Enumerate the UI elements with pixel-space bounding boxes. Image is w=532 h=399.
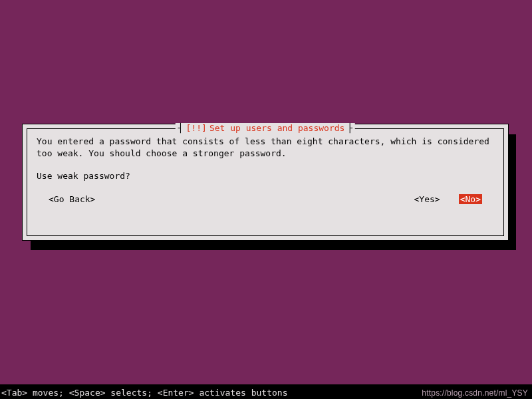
button-spacer (95, 194, 414, 204)
button-row: <Go Back> <Yes> <No> (37, 194, 494, 204)
footer-hint: <Tab> moves; <Space> selects; <Enter> ac… (1, 388, 287, 398)
footer-watermark: https://blog.csdn.net/ml_YSY (422, 388, 528, 398)
dialog-panel: ┤ [!!] Set up users and passwords ├ You … (22, 124, 509, 241)
dialog-inner: ┤ [!!] Set up users and passwords ├ You … (27, 128, 504, 236)
title-bracket-right: ├ (347, 123, 352, 133)
title-bracket-left: ┤ (178, 123, 184, 133)
no-button[interactable]: <No> (459, 194, 482, 204)
title-text: Set up users and passwords (209, 123, 345, 133)
go-back-button[interactable]: <Go Back> (49, 194, 95, 204)
yes-button[interactable]: <Yes> (414, 194, 440, 204)
dialog-title: ┤ [!!] Set up users and passwords ├ (176, 123, 355, 133)
title-prefix: [!!] (186, 123, 207, 133)
dialog-question: Use weak password? (37, 170, 494, 182)
dialog-body-text: You entered a password that consists of … (37, 136, 494, 159)
footer-bar: <Tab> moves; <Space> selects; <Enter> ac… (0, 384, 532, 399)
